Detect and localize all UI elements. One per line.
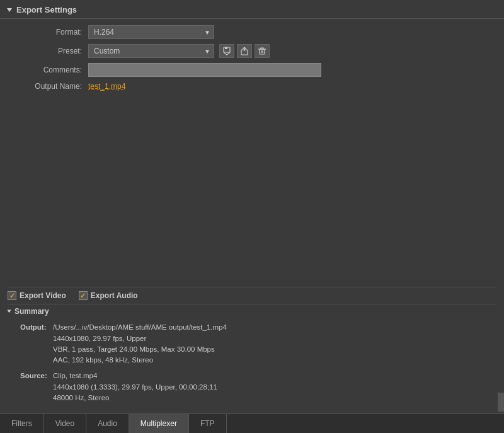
settings-body: Format: H.264 H.265 AAC Audio AVI ▼ Pres… bbox=[0, 19, 504, 287]
summary-header: Summary bbox=[8, 307, 496, 316]
summary-output-line4: AAC, 192 kbps, 48 kHz, Stereo bbox=[53, 356, 153, 364]
export-audio-checkbox[interactable]: Export Audio bbox=[79, 291, 138, 300]
summary-source-line2: 1440x1080 (1.3333), 29.97 fps, Upper, 00… bbox=[53, 383, 217, 391]
delete-preset-button[interactable] bbox=[255, 44, 270, 58]
format-select[interactable]: H.264 H.265 AAC Audio AVI bbox=[88, 25, 214, 39]
summary-source-line3: 48000 Hz, Stereo bbox=[53, 394, 110, 401]
summary-source-val: Clip, test.mp4 1440x1080 (1.3333), 29.97… bbox=[53, 371, 217, 403]
format-dropdown-wrapper: H.264 H.265 AAC Audio AVI ▼ bbox=[88, 25, 214, 39]
import-preset-button[interactable] bbox=[237, 44, 252, 58]
export-video-checkbox[interactable]: Export Video bbox=[8, 291, 66, 300]
summary-output-line1: /Users/...iv/Desktop/AME stuff/AME outpu… bbox=[53, 323, 227, 331]
tab-video[interactable]: Video bbox=[44, 414, 86, 433]
import-preset-icon bbox=[240, 47, 249, 55]
summary-output-line2: 1440x1080, 29.97 fps, Upper bbox=[53, 335, 146, 342]
comments-input[interactable] bbox=[88, 63, 321, 77]
summary-output-item: Output: /Users/...iv/Desktop/AME stuff/A… bbox=[20, 322, 484, 366]
tab-multiplexer[interactable]: Multiplexer bbox=[129, 414, 189, 433]
export-video-label: Export Video bbox=[20, 291, 66, 300]
checkbox-row: Export Video Export Audio bbox=[0, 287, 504, 304]
summary-content: Output: /Users/...iv/Desktop/AME stuff/A… bbox=[8, 320, 496, 411]
output-name-link[interactable]: test_1.mp4 bbox=[88, 82, 125, 91]
output-name-label: Output Name: bbox=[13, 82, 82, 91]
summary-output-line3: VBR, 1 pass, Target 24.00 Mbps, Max 30.0… bbox=[53, 345, 215, 353]
summary-title: Summary bbox=[14, 307, 49, 316]
section-title: Export Settings bbox=[16, 5, 77, 14]
summary-triangle-icon[interactable] bbox=[8, 310, 11, 313]
delete-preset-icon bbox=[258, 47, 266, 55]
comments-label: Comments: bbox=[13, 66, 82, 74]
save-preset-button[interactable] bbox=[219, 44, 234, 58]
summary-section: Summary Output: /Users/...iv/Desktop/AME… bbox=[8, 307, 496, 411]
scrollbar[interactable] bbox=[498, 393, 504, 412]
preset-actions bbox=[219, 44, 270, 58]
export-video-checkbox-box[interactable] bbox=[8, 291, 16, 300]
divider-2 bbox=[8, 304, 496, 304]
panel-inner: Format: H.264 H.265 AAC Audio AVI ▼ Pres… bbox=[0, 19, 504, 433]
tab-ftp[interactable]: FTP bbox=[189, 414, 227, 433]
preset-label: Preset: bbox=[13, 47, 82, 55]
preset-dropdown-wrapper: Custom Match Source - High bitrate Match… bbox=[88, 44, 214, 58]
save-preset-icon bbox=[222, 47, 231, 55]
collapse-triangle-icon[interactable] bbox=[7, 8, 12, 12]
summary-output-val: /Users/...iv/Desktop/AME stuff/AME outpu… bbox=[53, 322, 227, 366]
comments-row: Comments: bbox=[13, 63, 491, 77]
svg-rect-1 bbox=[225, 47, 227, 49]
summary-source-line1: Clip, test.mp4 bbox=[53, 372, 97, 379]
format-label: Format: bbox=[13, 28, 82, 37]
summary-source-key: Source: bbox=[20, 371, 53, 403]
tab-audio[interactable]: Audio bbox=[86, 414, 129, 433]
tab-filters[interactable]: Filters bbox=[0, 414, 44, 433]
section-header: Export Settings bbox=[0, 0, 504, 19]
tabs-bar: Filters Video Audio Multiplexer FTP bbox=[0, 413, 504, 433]
summary-source-item: Source: Clip, test.mp4 1440x1080 (1.3333… bbox=[20, 371, 484, 403]
export-audio-checkbox-box[interactable] bbox=[79, 291, 88, 300]
export-audio-label: Export Audio bbox=[91, 291, 138, 300]
export-settings-panel: Export Settings Format: H.264 H.265 AAC … bbox=[0, 0, 504, 433]
format-row: Format: H.264 H.265 AAC Audio AVI ▼ bbox=[13, 25, 491, 39]
preset-row: Preset: Custom Match Source - High bitra… bbox=[13, 44, 491, 58]
summary-output-key: Output: bbox=[20, 322, 53, 366]
svg-rect-3 bbox=[260, 49, 265, 54]
output-name-row: Output Name: test_1.mp4 bbox=[13, 82, 491, 91]
preset-select[interactable]: Custom Match Source - High bitrate Match… bbox=[88, 44, 214, 58]
